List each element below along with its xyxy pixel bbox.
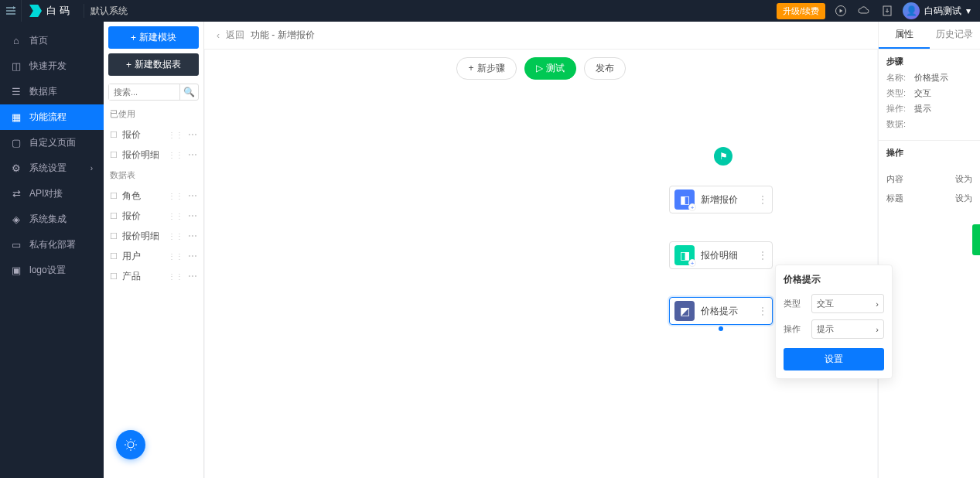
flow-edges — [205, 87, 437, 203]
type-select[interactable]: 交互› — [811, 294, 884, 313]
nav-flow[interactable]: ▦功能流程 — [0, 104, 104, 130]
cube-icon: ◫ — [11, 61, 22, 72]
side-handle[interactable] — [972, 224, 980, 255]
user-name: 白码测试 — [924, 5, 961, 18]
nav-page[interactable]: ▢自定义页面 — [0, 130, 104, 155]
doc-icon: ☐ — [110, 271, 118, 282]
list-item[interactable]: ☐报价⋮⋮⋯ — [104, 206, 203, 226]
plus-icon: + — [131, 32, 136, 43]
drag-icon[interactable]: ⋮⋮ — [168, 252, 183, 261]
brand-logo: 白 码 — [22, 4, 77, 18]
list-item[interactable]: ☐产品⋮⋮⋯ — [104, 266, 203, 286]
nav-quick[interactable]: ◫快速开发 — [0, 53, 104, 79]
back-link[interactable]: 返回 — [226, 29, 244, 42]
canvas-area: ‹ 返回 功能 - 新增报价 +新步骤 ▷测试 发布 ⚑ ◧+ 新增报价 ⋮ ◨… — [204, 22, 878, 478]
more-icon[interactable]: ⋮ — [758, 306, 767, 316]
more-icon[interactable]: ⋯ — [188, 210, 197, 221]
tab-history[interactable]: 历史记录 — [930, 22, 981, 49]
doc-icon: ☐ — [110, 130, 118, 140]
play-icon[interactable] — [833, 3, 849, 19]
flow-canvas[interactable]: ⚑ ◧+ 新增报价 ⋮ ◨+ 报价明细 ⋮ ◩ 价格提示 ⋮ 价格提示 类型 — [205, 87, 877, 478]
publish-button[interactable]: 发布 — [584, 57, 626, 80]
user-menu[interactable]: 👤 白码测试 ▾ — [903, 2, 971, 19]
step-op: 提示 — [914, 103, 931, 114]
op-row-title[interactable]: 标题设为 — [879, 189, 980, 208]
list-item[interactable]: ☐报价⋮⋮⋯ — [104, 125, 203, 145]
api-icon: ⇄ — [11, 189, 22, 200]
step-type: 交互 — [914, 87, 931, 99]
drag-icon[interactable]: ⋮⋮ — [168, 192, 183, 200]
doc-icon: ☐ — [110, 211, 118, 221]
drag-icon[interactable]: ⋮⋮ — [168, 151, 183, 159]
alert-icon: ◩ — [674, 301, 695, 321]
group-used: 已使用 — [104, 104, 203, 125]
flow-node-add-quote[interactable]: ◧+ 新增报价 ⋮ — [669, 186, 773, 213]
new-step-button[interactable]: +新步骤 — [456, 57, 516, 80]
doc-icon: ☐ — [110, 251, 118, 261]
play-icon: ▷ — [536, 63, 543, 73]
popup-title: 价格提示 — [784, 273, 884, 286]
upgrade-button[interactable]: 升级/续费 — [777, 3, 825, 19]
nav-db[interactable]: ☰数据库 — [0, 79, 104, 104]
add-icon: ◧+ — [674, 189, 695, 210]
doc-icon: ☐ — [110, 191, 118, 201]
more-icon[interactable]: ⋯ — [188, 190, 197, 201]
list-item[interactable]: ☐报价明细⋮⋮⋯ — [104, 226, 203, 246]
help-fab[interactable] — [116, 430, 145, 459]
settings-button[interactable]: 设置 — [784, 348, 884, 370]
nav-sys[interactable]: ⚙系统设置› — [0, 155, 104, 181]
logo-setting-icon: ▣ — [11, 265, 22, 276]
drag-icon[interactable]: ⋮⋮ — [168, 232, 183, 241]
nav-integ[interactable]: ◈系统集成 — [0, 207, 104, 232]
start-node[interactable]: ⚑ — [714, 147, 732, 166]
nav-logo[interactable]: ▣logo设置 — [0, 258, 104, 283]
flow-node-quote-detail[interactable]: ◨+ 报价明细 ⋮ — [669, 241, 773, 269]
tab-properties[interactable]: 属性 — [879, 22, 930, 49]
canvas-toolbar: +新步骤 ▷测试 发布 — [205, 50, 877, 87]
node-settings-popup: 价格提示 类型 交互› 操作 提示› 设置 — [775, 265, 893, 379]
new-module-button[interactable]: +新建模块 — [108, 26, 199, 49]
more-icon[interactable]: ⋮ — [758, 194, 767, 205]
nav-home[interactable]: ⌂首页 — [0, 28, 104, 53]
detail-icon: ◨+ — [674, 245, 695, 265]
chevron-right-icon: › — [90, 164, 93, 172]
connector-dot[interactable] — [719, 326, 723, 331]
breadcrumb: ‹ 返回 功能 - 新增报价 — [204, 22, 878, 50]
test-button[interactable]: ▷测试 — [524, 57, 576, 80]
svg-point-4 — [128, 442, 134, 448]
op-select[interactable]: 提示› — [811, 319, 884, 339]
search-input[interactable] — [109, 84, 179, 100]
system-name[interactable]: 默认系统 — [90, 5, 128, 18]
drag-icon[interactable]: ⋮⋮ — [168, 272, 183, 281]
integration-icon: ◈ — [11, 214, 22, 225]
plus-icon: + — [126, 60, 131, 70]
cloud-icon[interactable] — [856, 3, 872, 19]
more-icon[interactable]: ⋯ — [188, 271, 197, 282]
drag-icon[interactable]: ⋮⋮ — [168, 212, 183, 220]
more-icon[interactable]: ⋯ — [188, 230, 197, 241]
more-icon[interactable]: ⋯ — [188, 251, 197, 261]
chevron-right-icon: › — [876, 325, 879, 334]
flow-node-price-alert[interactable]: ◩ 价格提示 ⋮ — [669, 297, 773, 325]
op-row-content[interactable]: 内容设为 — [879, 169, 980, 189]
search-icon[interactable]: 🔍 — [179, 84, 198, 100]
type-label: 类型 — [784, 298, 805, 309]
brand-text: 白 码 — [46, 4, 70, 18]
more-icon[interactable]: ⋯ — [188, 129, 197, 140]
menu-toggle-icon[interactable] — [0, 0, 22, 22]
list-item[interactable]: ☐报价明细⋮⋮⋯ — [104, 145, 203, 165]
more-icon[interactable]: ⋮ — [758, 250, 767, 261]
list-item[interactable]: ☐角色⋮⋮⋯ — [104, 186, 203, 206]
op-label: 操作 — [784, 323, 805, 335]
chevron-right-icon: › — [876, 299, 879, 309]
new-table-button[interactable]: +新建数据表 — [108, 53, 199, 76]
chevron-left-icon[interactable]: ‹ — [217, 30, 220, 41]
avatar-icon: 👤 — [903, 2, 920, 19]
more-icon[interactable]: ⋯ — [188, 149, 197, 160]
drag-icon[interactable]: ⋮⋮ — [168, 131, 183, 139]
list-item[interactable]: ☐用户⋮⋮⋯ — [104, 246, 203, 266]
nav-api[interactable]: ⇄API对接 — [0, 181, 104, 207]
side-nav: ⌂首页 ◫快速开发 ☰数据库 ▦功能流程 ▢自定义页面 ⚙系统设置› ⇄API对… — [0, 22, 104, 478]
nav-deploy[interactable]: ▭私有化部署 — [0, 232, 104, 258]
download-icon[interactable] — [879, 3, 895, 19]
